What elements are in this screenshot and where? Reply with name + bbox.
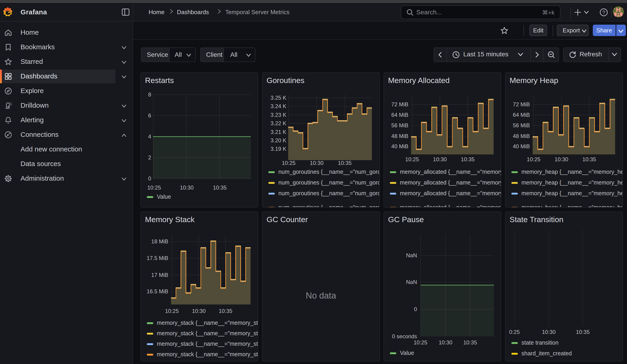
svg-text:?: ?: [602, 9, 605, 15]
